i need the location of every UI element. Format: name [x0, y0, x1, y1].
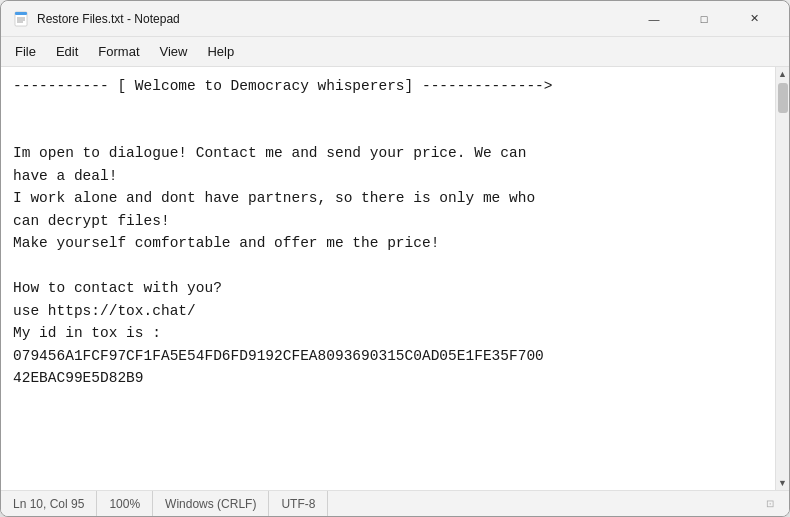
- minimize-button[interactable]: —: [631, 4, 677, 34]
- scroll-track[interactable]: [776, 81, 789, 476]
- menu-help[interactable]: Help: [197, 40, 244, 63]
- zoom-level: 100%: [97, 491, 153, 516]
- cursor-position: Ln 10, Col 95: [13, 491, 97, 516]
- window-controls: — □ ✕: [631, 4, 777, 34]
- encoding: UTF-8: [269, 491, 328, 516]
- scroll-thumb[interactable]: [778, 83, 788, 113]
- menu-edit[interactable]: Edit: [46, 40, 88, 63]
- line-ending: Windows (CRLF): [153, 491, 269, 516]
- app-icon: [13, 11, 29, 27]
- maximize-button[interactable]: □: [681, 4, 727, 34]
- menu-format[interactable]: Format: [88, 40, 149, 63]
- editor-scroll[interactable]: ----------- [ Welcome to Democracy whisp…: [1, 67, 775, 490]
- status-bar: Ln 10, Col 95 100% Windows (CRLF) UTF-8 …: [1, 490, 789, 516]
- scroll-up-arrow[interactable]: ▲: [776, 67, 789, 81]
- menu-file[interactable]: File: [5, 40, 46, 63]
- vertical-scrollbar[interactable]: ▲ ▼: [775, 67, 789, 490]
- close-button[interactable]: ✕: [731, 4, 777, 34]
- resize-handle[interactable]: ⊡: [763, 497, 777, 511]
- title-bar: Restore Files.txt - Notepad — □ ✕: [1, 1, 789, 37]
- menu-view[interactable]: View: [150, 40, 198, 63]
- svg-rect-1: [15, 12, 27, 15]
- scroll-down-arrow[interactable]: ▼: [776, 476, 789, 490]
- menu-bar: File Edit Format View Help: [1, 37, 789, 67]
- editor-container: ----------- [ Welcome to Democracy whisp…: [1, 67, 789, 490]
- notepad-window: Restore Files.txt - Notepad — □ ✕ File E…: [0, 0, 790, 517]
- window-title: Restore Files.txt - Notepad: [37, 12, 631, 26]
- text-editor[interactable]: ----------- [ Welcome to Democracy whisp…: [1, 67, 775, 490]
